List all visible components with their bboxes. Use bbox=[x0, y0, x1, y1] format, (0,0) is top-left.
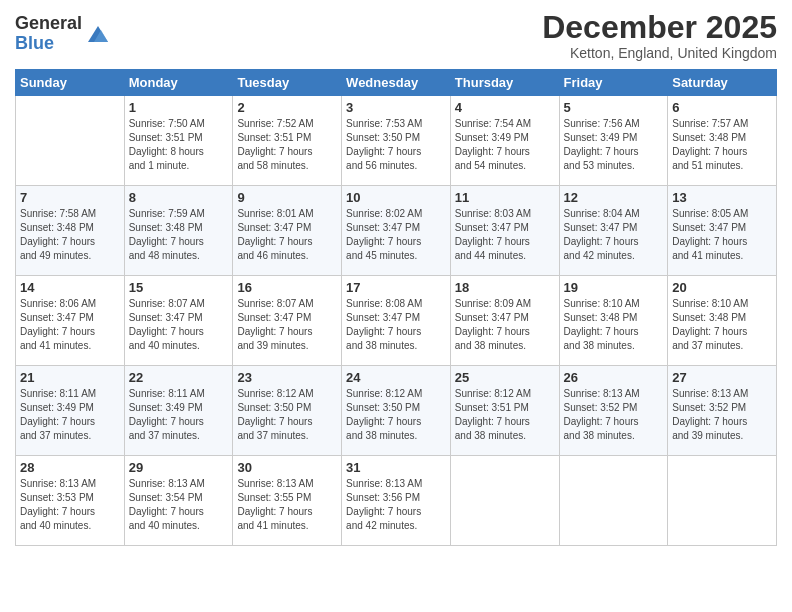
week-row-2: 7Sunrise: 7:58 AM Sunset: 3:48 PM Daylig… bbox=[16, 186, 777, 276]
day-number: 12 bbox=[564, 190, 664, 205]
calendar-cell: 21Sunrise: 8:11 AM Sunset: 3:49 PM Dayli… bbox=[16, 366, 125, 456]
header-wednesday: Wednesday bbox=[342, 70, 451, 96]
logo-blue-text: Blue bbox=[15, 34, 82, 54]
day-number: 19 bbox=[564, 280, 664, 295]
day-number: 6 bbox=[672, 100, 772, 115]
day-content: Sunrise: 8:07 AM Sunset: 3:47 PM Dayligh… bbox=[237, 297, 337, 353]
day-content: Sunrise: 8:02 AM Sunset: 3:47 PM Dayligh… bbox=[346, 207, 446, 263]
day-number: 11 bbox=[455, 190, 555, 205]
day-content: Sunrise: 7:50 AM Sunset: 3:51 PM Dayligh… bbox=[129, 117, 229, 173]
day-content: Sunrise: 7:58 AM Sunset: 3:48 PM Dayligh… bbox=[20, 207, 120, 263]
page-header: General Blue December 2025 Ketton, Engla… bbox=[15, 10, 777, 61]
calendar-cell: 20Sunrise: 8:10 AM Sunset: 3:48 PM Dayli… bbox=[668, 276, 777, 366]
day-content: Sunrise: 8:11 AM Sunset: 3:49 PM Dayligh… bbox=[129, 387, 229, 443]
logo-icon bbox=[84, 20, 112, 48]
day-content: Sunrise: 8:12 AM Sunset: 3:50 PM Dayligh… bbox=[237, 387, 337, 443]
day-content: Sunrise: 8:03 AM Sunset: 3:47 PM Dayligh… bbox=[455, 207, 555, 263]
day-content: Sunrise: 7:56 AM Sunset: 3:49 PM Dayligh… bbox=[564, 117, 664, 173]
day-content: Sunrise: 8:13 AM Sunset: 3:52 PM Dayligh… bbox=[672, 387, 772, 443]
calendar-cell: 6Sunrise: 7:57 AM Sunset: 3:48 PM Daylig… bbox=[668, 96, 777, 186]
calendar-header-row: SundayMondayTuesdayWednesdayThursdayFrid… bbox=[16, 70, 777, 96]
day-number: 3 bbox=[346, 100, 446, 115]
day-content: Sunrise: 8:04 AM Sunset: 3:47 PM Dayligh… bbox=[564, 207, 664, 263]
day-content: Sunrise: 7:52 AM Sunset: 3:51 PM Dayligh… bbox=[237, 117, 337, 173]
day-content: Sunrise: 8:13 AM Sunset: 3:53 PM Dayligh… bbox=[20, 477, 120, 533]
calendar-cell: 26Sunrise: 8:13 AM Sunset: 3:52 PM Dayli… bbox=[559, 366, 668, 456]
month-title: December 2025 bbox=[542, 10, 777, 45]
logo-general-text: General bbox=[15, 14, 82, 34]
calendar-cell: 5Sunrise: 7:56 AM Sunset: 3:49 PM Daylig… bbox=[559, 96, 668, 186]
calendar-cell: 12Sunrise: 8:04 AM Sunset: 3:47 PM Dayli… bbox=[559, 186, 668, 276]
calendar-cell: 22Sunrise: 8:11 AM Sunset: 3:49 PM Dayli… bbox=[124, 366, 233, 456]
calendar-cell: 8Sunrise: 7:59 AM Sunset: 3:48 PM Daylig… bbox=[124, 186, 233, 276]
calendar-cell: 4Sunrise: 7:54 AM Sunset: 3:49 PM Daylig… bbox=[450, 96, 559, 186]
day-number: 2 bbox=[237, 100, 337, 115]
day-content: Sunrise: 8:08 AM Sunset: 3:47 PM Dayligh… bbox=[346, 297, 446, 353]
day-number: 7 bbox=[20, 190, 120, 205]
location: Ketton, England, United Kingdom bbox=[542, 45, 777, 61]
day-number: 15 bbox=[129, 280, 229, 295]
day-content: Sunrise: 8:05 AM Sunset: 3:47 PM Dayligh… bbox=[672, 207, 772, 263]
calendar-cell: 3Sunrise: 7:53 AM Sunset: 3:50 PM Daylig… bbox=[342, 96, 451, 186]
day-number: 9 bbox=[237, 190, 337, 205]
header-friday: Friday bbox=[559, 70, 668, 96]
calendar-cell: 2Sunrise: 7:52 AM Sunset: 3:51 PM Daylig… bbox=[233, 96, 342, 186]
day-number: 30 bbox=[237, 460, 337, 475]
calendar-cell: 14Sunrise: 8:06 AM Sunset: 3:47 PM Dayli… bbox=[16, 276, 125, 366]
day-content: Sunrise: 7:57 AM Sunset: 3:48 PM Dayligh… bbox=[672, 117, 772, 173]
day-content: Sunrise: 8:09 AM Sunset: 3:47 PM Dayligh… bbox=[455, 297, 555, 353]
day-number: 17 bbox=[346, 280, 446, 295]
calendar-cell bbox=[668, 456, 777, 546]
calendar-cell: 7Sunrise: 7:58 AM Sunset: 3:48 PM Daylig… bbox=[16, 186, 125, 276]
day-number: 31 bbox=[346, 460, 446, 475]
calendar-cell: 24Sunrise: 8:12 AM Sunset: 3:50 PM Dayli… bbox=[342, 366, 451, 456]
day-content: Sunrise: 8:06 AM Sunset: 3:47 PM Dayligh… bbox=[20, 297, 120, 353]
day-number: 29 bbox=[129, 460, 229, 475]
day-content: Sunrise: 8:01 AM Sunset: 3:47 PM Dayligh… bbox=[237, 207, 337, 263]
week-row-5: 28Sunrise: 8:13 AM Sunset: 3:53 PM Dayli… bbox=[16, 456, 777, 546]
day-number: 18 bbox=[455, 280, 555, 295]
calendar-cell: 28Sunrise: 8:13 AM Sunset: 3:53 PM Dayli… bbox=[16, 456, 125, 546]
calendar-cell bbox=[559, 456, 668, 546]
header-saturday: Saturday bbox=[668, 70, 777, 96]
calendar-cell bbox=[16, 96, 125, 186]
day-content: Sunrise: 8:07 AM Sunset: 3:47 PM Dayligh… bbox=[129, 297, 229, 353]
calendar-cell: 15Sunrise: 8:07 AM Sunset: 3:47 PM Dayli… bbox=[124, 276, 233, 366]
day-number: 26 bbox=[564, 370, 664, 385]
header-tuesday: Tuesday bbox=[233, 70, 342, 96]
calendar-cell: 19Sunrise: 8:10 AM Sunset: 3:48 PM Dayli… bbox=[559, 276, 668, 366]
header-monday: Monday bbox=[124, 70, 233, 96]
calendar-cell: 31Sunrise: 8:13 AM Sunset: 3:56 PM Dayli… bbox=[342, 456, 451, 546]
day-number: 13 bbox=[672, 190, 772, 205]
day-number: 27 bbox=[672, 370, 772, 385]
day-number: 22 bbox=[129, 370, 229, 385]
day-content: Sunrise: 8:13 AM Sunset: 3:54 PM Dayligh… bbox=[129, 477, 229, 533]
calendar-cell: 30Sunrise: 8:13 AM Sunset: 3:55 PM Dayli… bbox=[233, 456, 342, 546]
day-content: Sunrise: 8:10 AM Sunset: 3:48 PM Dayligh… bbox=[564, 297, 664, 353]
day-content: Sunrise: 7:59 AM Sunset: 3:48 PM Dayligh… bbox=[129, 207, 229, 263]
logo: General Blue bbox=[15, 14, 112, 54]
day-number: 21 bbox=[20, 370, 120, 385]
calendar-cell: 17Sunrise: 8:08 AM Sunset: 3:47 PM Dayli… bbox=[342, 276, 451, 366]
week-row-1: 1Sunrise: 7:50 AM Sunset: 3:51 PM Daylig… bbox=[16, 96, 777, 186]
calendar-cell: 25Sunrise: 8:12 AM Sunset: 3:51 PM Dayli… bbox=[450, 366, 559, 456]
calendar-cell: 23Sunrise: 8:12 AM Sunset: 3:50 PM Dayli… bbox=[233, 366, 342, 456]
calendar-cell: 10Sunrise: 8:02 AM Sunset: 3:47 PM Dayli… bbox=[342, 186, 451, 276]
day-number: 23 bbox=[237, 370, 337, 385]
calendar-cell: 13Sunrise: 8:05 AM Sunset: 3:47 PM Dayli… bbox=[668, 186, 777, 276]
day-content: Sunrise: 8:11 AM Sunset: 3:49 PM Dayligh… bbox=[20, 387, 120, 443]
day-content: Sunrise: 8:13 AM Sunset: 3:56 PM Dayligh… bbox=[346, 477, 446, 533]
day-content: Sunrise: 8:12 AM Sunset: 3:50 PM Dayligh… bbox=[346, 387, 446, 443]
day-number: 8 bbox=[129, 190, 229, 205]
day-number: 28 bbox=[20, 460, 120, 475]
day-number: 14 bbox=[20, 280, 120, 295]
header-sunday: Sunday bbox=[16, 70, 125, 96]
calendar-table: SundayMondayTuesdayWednesdayThursdayFrid… bbox=[15, 69, 777, 546]
day-number: 10 bbox=[346, 190, 446, 205]
day-number: 1 bbox=[129, 100, 229, 115]
day-number: 5 bbox=[564, 100, 664, 115]
day-content: Sunrise: 8:10 AM Sunset: 3:48 PM Dayligh… bbox=[672, 297, 772, 353]
day-number: 24 bbox=[346, 370, 446, 385]
day-content: Sunrise: 8:12 AM Sunset: 3:51 PM Dayligh… bbox=[455, 387, 555, 443]
calendar-cell: 11Sunrise: 8:03 AM Sunset: 3:47 PM Dayli… bbox=[450, 186, 559, 276]
